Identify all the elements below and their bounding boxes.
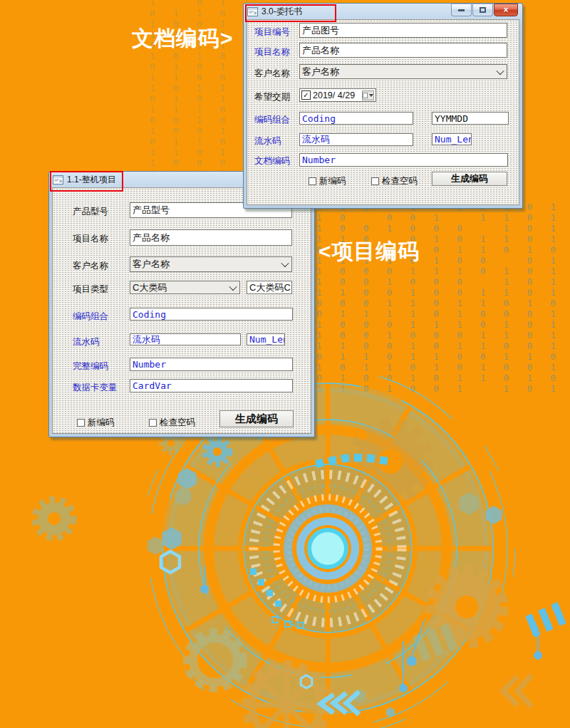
project-name-input[interactable]: 产品名称 [130, 229, 292, 246]
date-checkbox[interactable]: ✓ [301, 90, 311, 100]
window-controls: × [451, 4, 518, 16]
chevron-down-icon [281, 259, 289, 267]
label-project-name: 项目名称 [254, 46, 290, 58]
project-code-annotation: <项目编码 [318, 237, 420, 266]
new-code-checkbox[interactable]: 新编码 [77, 417, 115, 429]
project-name-value: 产品名称 [302, 44, 339, 57]
date-dropdown-button[interactable] [362, 90, 374, 100]
date-format-input[interactable]: YYMMDD [432, 112, 509, 125]
date-value: 2019/ 4/29 [313, 90, 355, 100]
checkmark-icon: ✓ [303, 91, 309, 99]
label-doc-code: 文档编码 [254, 155, 290, 167]
checkbox-box[interactable] [371, 177, 379, 185]
form-body: 产品型号 产品型号 项目名称 产品名称 客户名称 客户名称 项目类型 C大类码 … [52, 187, 311, 434]
chevron-down-icon [229, 282, 237, 290]
checkbox-box[interactable] [149, 419, 157, 427]
checkbox-box[interactable] [77, 419, 85, 427]
desktop-background: { "page": {"background_color": "#F99806"… [0, 0, 570, 728]
serial-length-input[interactable]: Num_Len [247, 333, 285, 345]
label-serial: 流水码 [73, 336, 100, 348]
customer-combobox[interactable]: 客户名称 [299, 64, 507, 79]
close-icon: × [503, 6, 508, 14]
label-project-type: 项目类型 [73, 284, 108, 296]
new-code-checkbox[interactable]: 新编码 [309, 175, 346, 187]
due-date-picker[interactable]: ✓ 2019/ 4/29 [299, 88, 376, 102]
checkbox-label: 新编码 [319, 175, 346, 187]
slanted-bars-blue [525, 602, 566, 637]
card-var-input[interactable]: CardVar [130, 379, 293, 392]
checkbox-label: 检查空码 [382, 175, 418, 187]
check-empty-checkbox[interactable]: 检查空码 [371, 175, 418, 187]
project-no-input[interactable]: 产品图号 [299, 23, 507, 38]
project-no-value: 产品图号 [302, 24, 339, 37]
label-model: 产品型号 [73, 206, 108, 218]
checkbox-label: 检查空码 [160, 417, 195, 429]
customer-combobox[interactable]: 客户名称 [130, 256, 292, 272]
label-due-date: 希望交期 [254, 91, 290, 103]
binary-digits-backdrop-right: 111 1 1000110 001 11011001000 101110 010… [316, 202, 570, 397]
dropdown-arrow-icon [369, 94, 373, 97]
dialog-project-code: 1.1-整机项目 产品型号 产品型号 项目名称 产品名称 客户名称 客户名称 项… [48, 171, 315, 437]
model-value: 产品型号 [133, 204, 170, 217]
serial-input[interactable]: 流水码 [130, 333, 241, 345]
doc-code-input[interactable]: Number [299, 153, 508, 167]
project-name-input[interactable]: 产品名称 [299, 43, 507, 58]
serial-value: 流水码 [133, 333, 160, 345]
label-code-combo: 编码组合 [73, 311, 108, 323]
form-window-icon [53, 175, 63, 184]
label-full-code: 完整编码 [73, 360, 108, 373]
serial-length-input[interactable]: Num_Len [432, 133, 472, 145]
label-serial: 流水码 [254, 135, 281, 147]
maximize-button[interactable] [472, 4, 493, 16]
code-combo-input[interactable]: Coding [299, 112, 413, 125]
label-project-no: 项目编号 [254, 26, 290, 38]
dialog-doc-code: 3.0-委托书 × 项目编号 产品图号 项目名称 产品名称 客户名称 客户名称 … [243, 3, 523, 209]
customer-value: 客户名称 [302, 66, 339, 78]
form-body: 项目编号 产品图号 项目名称 产品名称 客户名称 客户名称 希望交期 ✓ 201… [247, 19, 519, 205]
serial-length-value: Num_Len [249, 334, 285, 345]
window-title: 1.1-整机项目 [67, 174, 116, 186]
label-customer: 客户名称 [254, 68, 290, 80]
project-type-combobox[interactable]: C大类码 [130, 281, 240, 294]
minimize-button[interactable] [451, 4, 472, 16]
date-format-value: YYMMDD [435, 113, 468, 124]
generate-code-button[interactable]: 生成编码 [219, 410, 294, 427]
check-empty-checkbox[interactable]: 检查空码 [149, 417, 195, 429]
customer-value: 客户名称 [133, 258, 170, 271]
code-combo-input[interactable]: Coding [130, 308, 293, 321]
chevrons-tan [503, 675, 532, 707]
full-code-value: Number [133, 359, 166, 370]
close-button[interactable]: × [494, 4, 518, 16]
card-var-value: CardVar [133, 380, 172, 391]
code-combo-value: Coding [133, 309, 166, 320]
form-window-icon [247, 7, 258, 16]
chevron-down-icon [496, 66, 504, 74]
serial-input[interactable]: 流水码 [299, 133, 413, 146]
code-combo-value: Coding [302, 113, 336, 124]
serial-length-value: Num_Len [435, 134, 472, 145]
checkbox-label: 新编码 [88, 417, 115, 429]
generate-code-button[interactable]: 生成编码 [432, 172, 507, 186]
window-title: 3.0-委托书 [261, 6, 302, 18]
doc-code-annotation: 文档编码> [132, 24, 234, 53]
serial-value: 流水码 [302, 133, 330, 146]
doc-code-value: Number [302, 155, 336, 165]
project-type-code-value: C大类码C [249, 281, 291, 294]
label-customer: 客户名称 [73, 260, 108, 272]
gear-icon-sage-small [35, 499, 73, 538]
full-code-input[interactable]: Number [130, 358, 293, 371]
label-card-var: 数据卡变量 [73, 382, 118, 394]
label-code-combo: 编码组合 [254, 114, 290, 126]
project-type-code-input[interactable]: C大类码C [247, 281, 292, 294]
minimize-icon [458, 9, 465, 11]
label-project-name: 项目名称 [73, 233, 108, 245]
project-name-value: 产品名称 [133, 232, 170, 244]
calendar-icon [363, 93, 368, 98]
maximize-icon [480, 7, 486, 13]
circle-core [284, 504, 372, 593]
checkbox-box[interactable] [309, 177, 316, 185]
project-type-value: C大类码 [133, 281, 167, 294]
